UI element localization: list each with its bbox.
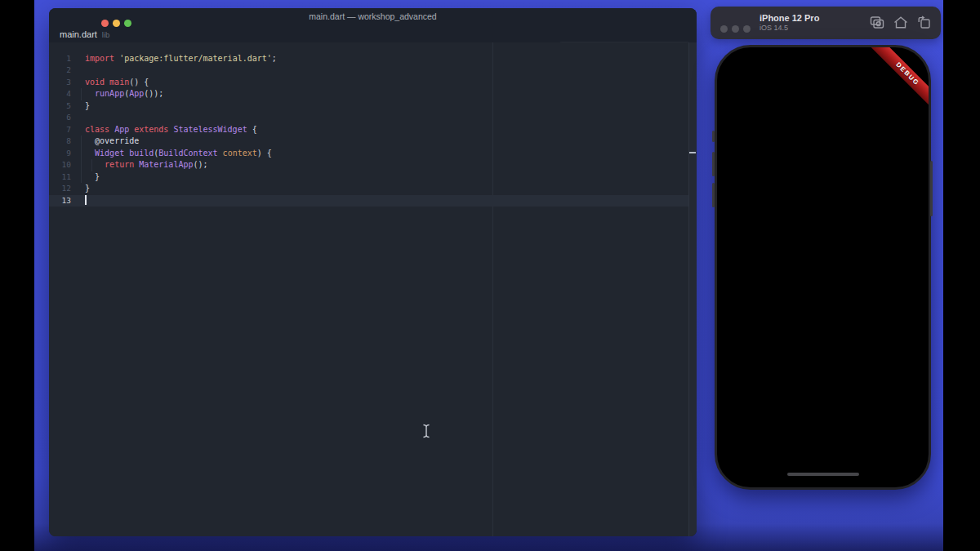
screenshot-icon[interactable]	[869, 16, 885, 30]
iphone-frame: DEBUG	[715, 45, 931, 490]
code-line-2[interactable]: 2	[49, 64, 688, 77]
line-number: 13	[49, 195, 78, 207]
editor-window: main.dart — workshop_advanced main.dartl…	[49, 8, 697, 536]
simulator-toolbar: iPhone 12 Pro iOS 14.5	[710, 7, 941, 39]
code-line-3[interactable]: 3void main() {	[49, 77, 688, 89]
tab-bar: main.dartlib ⠿ Ⅱ ↷ ↓ ↑ ⚡ ↺ □	[49, 24, 697, 42]
window-title: main.dart — workshop_advanced	[49, 8, 697, 24]
window-header: main.dart — workshop_advanced main.dartl…	[49, 8, 697, 42]
line-number: 12	[49, 183, 78, 195]
code-line-11[interactable]: 11 }	[49, 171, 688, 184]
code-editor[interactable]: 1import 'package:flutter/material.dart';…	[49, 42, 697, 536]
tab-directory-hint: lib	[102, 30, 110, 39]
code-line-10[interactable]: 10 return MaterialApp();	[49, 159, 688, 171]
desktop-stage: main.dart — workshop_advanced main.dartl…	[0, 0, 980, 551]
overview-ruler-cursor-mark	[689, 152, 696, 153]
line-number: 4	[49, 88, 78, 100]
code-line-8[interactable]: 8 @override	[49, 136, 688, 148]
power-button	[930, 161, 933, 216]
line-number: 1	[49, 53, 78, 65]
line-number: 3	[49, 77, 78, 89]
line-number: 11	[49, 171, 78, 184]
mouse-cursor-ibeam	[421, 424, 431, 438]
home-icon[interactable]	[893, 16, 909, 30]
rotate-device-icon[interactable]	[916, 16, 933, 30]
line-number: 7	[49, 124, 78, 136]
code-line-7[interactable]: 7class App extends StatelessWidget {	[49, 124, 688, 136]
line-number: 2	[49, 64, 78, 77]
mute-switch	[712, 131, 715, 142]
code-line-4[interactable]: 4 runApp(App());	[49, 88, 688, 100]
sim-minimize-button[interactable]	[732, 25, 739, 33]
code-lines: 1import 'package:flutter/material.dart';…	[49, 53, 688, 207]
tab-file-name: main.dart	[60, 29, 97, 39]
volume-down-button	[712, 183, 715, 207]
code-line-9[interactable]: 9 Widget build(BuildContext context) {	[49, 148, 688, 160]
home-indicator[interactable]	[787, 473, 859, 477]
line-number: 9	[49, 148, 78, 160]
simulator-os-version: iOS 14.5	[760, 24, 788, 32]
line-number: 6	[49, 112, 78, 124]
code-line-12[interactable]: 12}	[49, 183, 688, 195]
code-line-1[interactable]: 1import 'package:flutter/material.dart';	[49, 53, 688, 65]
sim-zoom-button[interactable]	[743, 25, 751, 33]
titlebar[interactable]: main.dart — workshop_advanced	[49, 8, 697, 24]
code-line-5[interactable]: 5}	[49, 100, 688, 113]
sim-close-button[interactable]	[720, 25, 728, 33]
code-line-6[interactable]: 6	[49, 112, 688, 124]
code-line-13[interactable]: 13	[49, 195, 688, 207]
line-number: 8	[49, 136, 78, 148]
text-caret	[85, 195, 87, 205]
line-number: 10	[49, 159, 78, 171]
tab-main-dart[interactable]: main.dartlib	[60, 24, 109, 42]
line-number: 5	[49, 100, 78, 113]
simulator-device-name: iPhone 12 Pro	[760, 13, 819, 23]
simulator-actions	[869, 7, 933, 39]
volume-up-button	[712, 152, 715, 176]
scrollbar-track[interactable]	[688, 42, 697, 536]
